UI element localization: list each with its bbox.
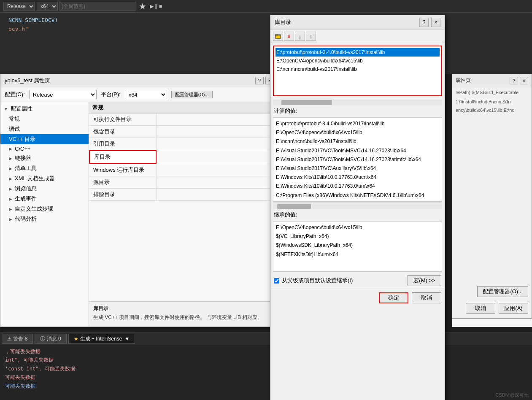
tree-item-vc-dirs[interactable]: VC++ 目录	[0, 134, 89, 144]
platform-dropdown[interactable]: x64	[125, 90, 167, 99]
tree-root[interactable]: ▼ 配置属性	[0, 104, 89, 114]
prop-row-exclude[interactable]: 排除目录	[89, 189, 278, 201]
lib-edit-area[interactable]: E:\protobuf\protobuf-3.4.0\build-vs2017\…	[273, 46, 442, 96]
config-dropdown[interactable]: Release	[29, 90, 97, 99]
secondary-path2: 17\install\include\ncnn;$(In	[452, 97, 532, 106]
tree-label-custom-build: 自定义生成步骤	[15, 205, 53, 213]
star-icon: ★	[139, 1, 146, 11]
error-line-5: 可能丢失数据	[5, 382, 527, 390]
tree-arrow-linker: ▶	[9, 156, 12, 161]
libdir-titlebar: 库目录 ? ×	[270, 15, 445, 30]
secondary-titlebar: 属性页 ? ×	[452, 74, 532, 87]
computed-item-0: E:\protobuf\protobuf-3.4.0\build-vs2017\…	[275, 119, 440, 128]
tree-label-xml: XML 文档生成器	[15, 175, 55, 182]
scroll-thumb-2	[277, 204, 311, 209]
computed-item-9: C:\Program Files (x86)\Windows Kits\NETF…	[275, 200, 440, 202]
secondary-help-btn[interactable]: ?	[510, 77, 518, 84]
inherit-checkbox[interactable]	[274, 278, 279, 284]
prop-name-ref: 引用目录	[89, 138, 157, 150]
config-row: 配置(C): Release 平台(P): x64 配置管理器(O)...	[0, 87, 278, 102]
secondary-config-manager-btn[interactable]: 配置管理器(O)...	[477, 286, 528, 297]
tree-arrow-code-analysis: ▶	[9, 217, 12, 222]
computed-area[interactable]: E:\protobuf\protobuf-3.4.0\build-vs2017\…	[273, 117, 442, 202]
secondary-close-btn[interactable]: ×	[520, 77, 528, 84]
secondary-path1: lePath);$(MSBuild_Executable	[452, 87, 532, 97]
tree-item-browse[interactable]: ▶ 浏览信息	[0, 184, 89, 194]
prop-name-exec: 可执行文件目录	[89, 114, 157, 125]
tree-label-vc-dirs: VC++ 目录	[9, 135, 35, 143]
tree-item-general[interactable]: 常规	[0, 114, 89, 124]
bottom-bar: ⚠ 警告 8 ⓘ 消息 0 ★ 生成 + IntelliSense ▼ ，可能丢…	[0, 332, 532, 400]
tab-build-dropdown[interactable]: ▼	[124, 336, 130, 342]
tree-label-manifest: 清单工具	[15, 165, 37, 172]
code-line-1: NCNN_SIMPLEOCV)	[8, 16, 524, 25]
move-down-btn[interactable]: ↓	[295, 32, 305, 41]
config-select-ide[interactable]: Release	[3, 2, 35, 11]
lib-edit-item-2[interactable]: E:\ncnn\ncnn\build-vs2017\install\lib	[275, 65, 440, 73]
prop-value-exec	[157, 114, 278, 125]
bottom-tabs: ⚠ 警告 8 ⓘ 消息 0 ★ 生成 + IntelliSense ▼	[0, 333, 532, 345]
cancel-button-libdir[interactable]: 取消	[412, 292, 441, 303]
config-manager-button[interactable]: 配置管理器(O)...	[171, 91, 213, 98]
prop-row-lib[interactable]: 库目录	[89, 150, 278, 164]
computed-item-5: E:\Visual Studio2017\VC\Auxiliary\VS\lib…	[275, 164, 440, 173]
watermark: CSDN @深可七	[496, 392, 529, 398]
prop-row-winlib[interactable]: Windows 运行库目录	[89, 164, 278, 176]
ok-button[interactable]: 确定	[379, 292, 408, 303]
libdir-help-btn[interactable]: ?	[419, 18, 429, 27]
tree-arrow-xml: ▶	[9, 176, 12, 181]
platform-select-ide[interactable]: x64	[37, 2, 58, 11]
tab-messages[interactable]: ⓘ 消息 0	[35, 334, 66, 344]
bottom-content: ，可能丢失数据 int", 可能丢失数据 'const int", 可能丢失数据…	[0, 345, 532, 393]
tree-label-debug: 调试	[9, 125, 20, 133]
libdir-toolbar: × ↓ ↑	[270, 30, 445, 43]
ide-header: Release x64 ★ ▶ ‖ ■ NCNN_SIMPLEOCV) ocv.…	[0, 0, 532, 74]
tree-item-custom-build[interactable]: ▶ 自定义生成步骤	[0, 204, 89, 214]
prop-name-include: 包含目录	[89, 126, 157, 138]
libdir-close-btn[interactable]: ×	[431, 18, 440, 27]
checkbox-row: 从父级或项目默认设置继承(I) 宏(M) >>	[270, 273, 445, 289]
properties-titlebar: yolov5_test 属性页 ? ×	[0, 74, 278, 87]
new-folder-btn[interactable]	[273, 32, 283, 41]
tree-label-code-analysis: 代码分析	[15, 215, 37, 223]
tree-item-code-analysis[interactable]: ▶ 代码分析	[0, 214, 89, 224]
prop-row-ref[interactable]: 引用目录	[89, 138, 278, 150]
computed-scrollbar-h[interactable]	[273, 203, 442, 209]
tree-item-linker[interactable]: ▶ 链接器	[0, 153, 89, 163]
secondary-dialog: 属性页 ? × lePath);$(MSBuild_Executable 17\…	[452, 74, 532, 319]
lib-edit-item-0[interactable]: E:\protobuf\protobuf-3.4.0\build-vs2017\…	[275, 48, 440, 57]
tree-label-general: 常规	[9, 115, 20, 123]
macro-button[interactable]: 宏(M) >>	[408, 275, 441, 286]
delete-btn[interactable]: ×	[284, 32, 294, 41]
help-button-props[interactable]: ?	[255, 77, 264, 84]
prop-row-source[interactable]: 源目录	[89, 176, 278, 189]
tree-item-cpp[interactable]: ▶ C/C++	[0, 144, 89, 153]
tab-build[interactable]: ★ 生成 + IntelliSense ▼	[68, 334, 135, 344]
error-line-4: 可能丢失数据	[5, 373, 527, 381]
lib-scrollbar-h[interactable]	[273, 99, 442, 105]
prop-value-include	[157, 126, 278, 138]
secondary-apply-btn[interactable]: 应用(A)	[499, 303, 528, 314]
move-up-btn[interactable]: ↑	[306, 32, 316, 41]
prop-value-lib	[157, 150, 278, 164]
prop-row-include[interactable]: 包含目录	[89, 126, 278, 138]
tree-item-xml[interactable]: ▶ XML 文档生成器	[0, 173, 89, 184]
inherited-area[interactable]: E:\OpenCV4\opencv\build\x64\vc15\lib $(V…	[273, 221, 442, 272]
prop-name-source: 源目录	[89, 176, 157, 188]
ide-toolbar: Release x64 ★ ▶ ‖ ■	[0, 0, 532, 13]
tree-item-manifest[interactable]: ▶ 清单工具	[0, 163, 89, 173]
dialog-body: ▼ 配置属性 常规 调试 VC++ 目录 ▶ C/C++ ▶ 链接器 ▶	[0, 102, 278, 327]
libdir-title: 库目录	[275, 19, 291, 26]
tree-item-debug[interactable]: 调试	[0, 124, 89, 134]
secondary-title-btns: ? ×	[510, 77, 528, 84]
prop-row-exec[interactable]: 可执行文件目录	[89, 114, 278, 126]
secondary-footer-btns: 取消 应用(A)	[466, 303, 528, 314]
computed-item-4: E:\Visual Studio2017\VC\Tools\MSVC\14.16…	[275, 155, 440, 164]
secondary-cancel-btn[interactable]: 取消	[466, 303, 495, 314]
tab-warnings[interactable]: ⚠ 警告 8	[2, 334, 33, 344]
ide-code-area: NCNN_SIMPLEOCV) ocv.h"	[0, 13, 532, 37]
tree-item-build-events[interactable]: ▶ 生成事件	[0, 194, 89, 204]
search-global[interactable]	[59, 2, 135, 11]
libdir-title-buttons: ? ×	[419, 18, 440, 27]
lib-edit-item-1[interactable]: E:\OpenCV4\opencv\build\x64\vc15\lib	[275, 57, 440, 65]
